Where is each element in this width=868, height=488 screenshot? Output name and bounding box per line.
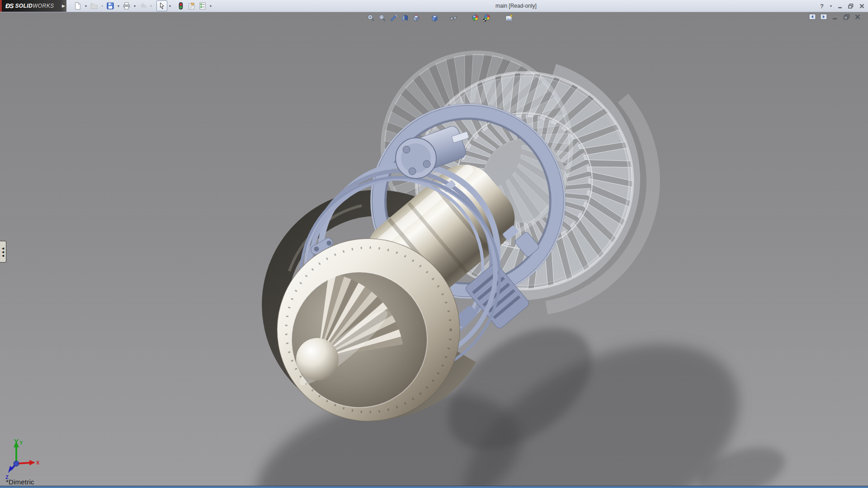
- titlebar: ÐS SOLIDWORKS ▶ ▾ ▾ ▾: [0, 0, 868, 12]
- view-orientation-label: *Dimetric: [6, 478, 34, 486]
- minimize-button[interactable]: [835, 1, 844, 10]
- collapse-arrow-icon: ◀: [2, 250, 4, 253]
- view-cube-button[interactable]: [410, 13, 422, 23]
- apply-scene-icon: [483, 14, 491, 22]
- print-dropdown[interactable]: ▾: [132, 1, 137, 11]
- undo-button[interactable]: [137, 0, 148, 11]
- pane-right-icon: [820, 14, 827, 20]
- view-settings-button[interactable]: [503, 13, 514, 23]
- titlebar-controls: ? ▾: [817, 0, 866, 12]
- options-icon: [198, 2, 207, 10]
- collapse-arrow-icon: ◀: [2, 254, 4, 257]
- print-button[interactable]: [121, 0, 132, 11]
- collapse-arrow-icon: ◀: [2, 247, 4, 250]
- doc-close-button[interactable]: [854, 13, 862, 20]
- jet-engine-3d-model: [0, 12, 868, 486]
- pane-left-button[interactable]: [808, 13, 816, 20]
- doc-minimize-button[interactable]: [831, 13, 839, 20]
- hide-show-items-icon: [449, 14, 458, 22]
- select-dropdown[interactable]: ▾: [167, 1, 173, 11]
- view-settings-icon: [505, 14, 513, 22]
- print-icon: [123, 2, 131, 10]
- section-view-button[interactable]: [388, 13, 399, 23]
- save-button[interactable]: [105, 0, 116, 11]
- taskbar-edge: [0, 486, 868, 488]
- rebuild-traffic-light-icon: [177, 2, 185, 10]
- open-button[interactable]: [89, 0, 99, 11]
- close-icon: [859, 3, 865, 9]
- select-cursor-icon: [158, 2, 166, 10]
- zoom-to-area-icon: [378, 14, 386, 22]
- pane-left-icon: [809, 14, 816, 20]
- spinner-ball: [296, 338, 339, 380]
- display-style-button[interactable]: [429, 13, 440, 23]
- open-dropdown[interactable]: ▾: [99, 1, 105, 11]
- rebuild-button[interactable]: [175, 0, 186, 11]
- options-dropdown[interactable]: ▾: [208, 1, 213, 11]
- document-title: main [Read-only]: [495, 0, 537, 12]
- file-properties-button[interactable]: [186, 0, 197, 11]
- graphics-viewport[interactable]: ◀ ◀ ◀ Y X Z *Dimetric: [0, 12, 868, 486]
- triad-x-label: X: [36, 460, 40, 465]
- save-dropdown[interactable]: ▾: [116, 1, 121, 11]
- new-document-button[interactable]: [72, 0, 83, 11]
- zoom-to-fit-icon: [367, 14, 375, 22]
- doc-minimize-icon: [832, 14, 838, 20]
- undo-dropdown[interactable]: ▾: [148, 1, 154, 11]
- new-document-icon: [74, 2, 82, 10]
- feature-manager-collapsed-tab[interactable]: ◀ ◀ ◀: [0, 241, 6, 263]
- help-dropdown[interactable]: ▾: [828, 1, 834, 11]
- minimize-icon: [837, 3, 843, 9]
- doc-restore-icon: [843, 14, 850, 20]
- orientation-triad: Y X Z: [5, 438, 59, 483]
- view-cube-icon: [412, 14, 420, 22]
- pane-right-button[interactable]: [820, 13, 828, 20]
- doc-restore-button[interactable]: [842, 13, 850, 20]
- document-window-controls: [808, 13, 862, 20]
- hide-show-items-button[interactable]: [448, 13, 459, 23]
- heads-up-view-toolbar: [365, 13, 514, 23]
- edit-appearance-icon: [472, 14, 479, 22]
- open-folder-icon: [90, 2, 98, 10]
- edit-appearance-button[interactable]: [470, 13, 481, 23]
- close-button[interactable]: [857, 1, 866, 10]
- save-icon: [106, 2, 114, 10]
- apply-scene-button[interactable]: [481, 13, 492, 23]
- restore-icon: [848, 3, 854, 9]
- solidworks-logo-glyph: ÐS: [5, 2, 13, 9]
- zoom-to-fit-button[interactable]: [365, 13, 377, 23]
- new-document-dropdown[interactable]: ▾: [83, 1, 89, 11]
- main-toolbar: ▾ ▾ ▾ ▾ ▾: [72, 0, 213, 12]
- solidworks-logo: ÐS SOLIDWORKS: [2, 0, 61, 12]
- zoom-to-area-button[interactable]: [377, 13, 388, 23]
- solidworks-window: ÐS SOLIDWORKS ▶ ▾ ▾ ▾: [0, 0, 868, 488]
- help-button[interactable]: ?: [817, 1, 826, 10]
- doc-close-icon: [854, 14, 861, 20]
- undo-icon: [139, 2, 147, 10]
- section-view-icon: [390, 14, 397, 22]
- options-button[interactable]: [197, 0, 208, 11]
- brand-solid: SOLID: [15, 3, 33, 9]
- view-orientation-button[interactable]: [399, 13, 410, 23]
- brand-works: WORKS: [33, 3, 54, 9]
- file-properties-icon: [188, 2, 196, 10]
- restore-button[interactable]: [846, 1, 855, 10]
- triad-y-label: Y: [19, 440, 23, 446]
- display-style-icon: [431, 14, 439, 22]
- view-orientation-icon: [401, 14, 409, 22]
- menu-expander-arrow[interactable]: ▶: [61, 0, 66, 12]
- select-button[interactable]: [156, 0, 167, 11]
